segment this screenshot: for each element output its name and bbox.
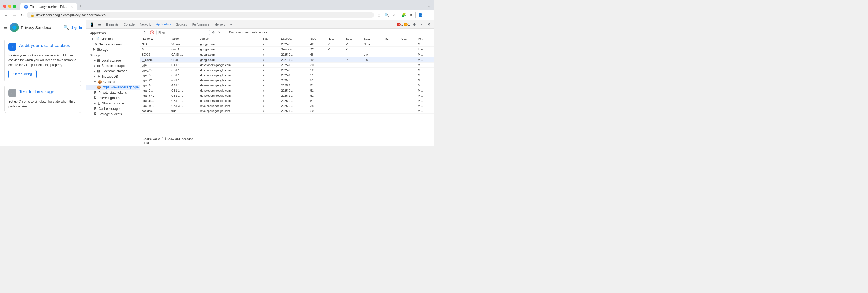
col-value[interactable]: Value — [169, 36, 197, 41]
devtools-inspect-icon[interactable]: ☰ — [96, 21, 103, 28]
active-tab[interactable]: G Third-party cookies | Privac... × — [21, 3, 77, 10]
table-row[interactable]: _ga_C...GS1.1.....developers.google.com/… — [140, 88, 434, 93]
more-options-icon[interactable]: ⋮ — [424, 11, 431, 19]
col-name[interactable]: Name ▲ — [140, 36, 169, 41]
col-size[interactable]: Size — [309, 36, 326, 41]
sidebar-storage-top[interactable]: 🗄 Storage — [86, 47, 140, 52]
devtools-device-icon[interactable]: 📱 — [88, 21, 96, 28]
clear-filter-button[interactable]: ✕ — [217, 30, 222, 35]
cache-storage-label: Cache storage — [99, 107, 120, 111]
address-bar[interactable]: 🔒 developers.google.com/privacy-sandbox/… — [27, 12, 374, 18]
step-2-title[interactable]: Audit your use of cookies — [19, 43, 70, 48]
tab-memory[interactable]: Memory — [212, 21, 228, 28]
sidebar-local-storage[interactable]: ▶ ⊞ Local storage — [86, 58, 140, 63]
error-icon: ⊗ — [397, 23, 401, 26]
extension-icon[interactable]: 🧩 — [400, 11, 407, 19]
table-row[interactable]: _ga_JP...GS1.1.....developers.google.com… — [140, 93, 434, 98]
tab-elements[interactable]: Elements — [103, 21, 121, 28]
sidebar-service-workers[interactable]: ⚙ Service workers — [86, 42, 140, 47]
col-sa[interactable]: Sa... — [362, 36, 381, 41]
refresh-button[interactable]: ↻ — [19, 12, 25, 18]
forward-button[interactable]: → — [11, 12, 18, 19]
tab-close-icon[interactable]: × — [71, 5, 73, 9]
sidebar-session-storage[interactable]: ▶ ⊞ Session storage — [86, 63, 140, 68]
site-search-icon[interactable]: 🔍 — [63, 25, 69, 30]
sidebar-shared-storage[interactable]: ▶ 🗄 Shared storage — [86, 101, 140, 106]
col-cr[interactable]: Cr... — [399, 36, 416, 41]
bookmark-icon[interactable]: ☆ — [391, 11, 398, 19]
only-issues-label[interactable]: Only show cookies with an issue — [224, 31, 268, 34]
table-row[interactable]: _ga_27...GS1.1.....developers.google.com… — [140, 73, 434, 78]
only-issues-checkbox[interactable] — [224, 31, 228, 34]
tab-performance[interactable]: Performance — [190, 21, 212, 28]
sidebar-storage-buckets[interactable]: 🗄 Storage buckets — [86, 111, 140, 117]
show-url-decoded-label[interactable]: Show URL-decoded — [162, 137, 193, 140]
sidebar-cache-storage[interactable]: 🗄 Cache storage — [86, 106, 140, 111]
filter-icon-button[interactable]: ⊘ — [211, 30, 216, 35]
table-cell: 2025-0... — [279, 68, 309, 73]
hamburger-icon[interactable]: ☰ — [4, 25, 7, 30]
storage-buckets-icon: 🗄 — [94, 112, 97, 116]
col-pa[interactable]: Pa... — [382, 36, 400, 41]
app-sidebar: Application ▶ 📄 Manifest ⚙ Service worke… — [86, 29, 140, 146]
traffic-light-green[interactable] — [13, 5, 16, 8]
table-cell — [382, 103, 400, 108]
col-htt[interactable]: Htt... — [326, 36, 344, 41]
col-expires[interactable]: Expires... — [279, 36, 309, 41]
zoom-icon[interactable]: 🔍 — [383, 11, 390, 19]
table-row[interactable]: __Secu...CPsE.google.com/2024-1...19✓✓La… — [140, 57, 434, 63]
table-row[interactable]: NID519=ik....google.com/2025-0...426✓✓No… — [140, 41, 434, 47]
site-header: ☰ 🌐 Privacy Sandbox 🔍 Sign in — [0, 20, 86, 35]
table-cell: GS1.1.... — [169, 78, 197, 83]
devtools-more-icon[interactable]: ⋮ — [418, 21, 425, 28]
table-row[interactable]: cookies...truedevelopers.google.com/2025… — [140, 108, 434, 113]
table-row[interactable]: Ssso=T....google.com/Session37✓✓Low — [140, 47, 434, 52]
clear-cookies-button[interactable]: 🚫 — [149, 30, 155, 35]
table-row[interactable]: _ga_de...GA1.3....developers.google.com/… — [140, 103, 434, 108]
filter-input[interactable] — [156, 30, 210, 35]
col-pri[interactable]: Pri... — [416, 36, 434, 41]
step-3-title[interactable]: Test for breakage — [19, 89, 54, 95]
cast-icon[interactable]: ⊡ — [375, 11, 382, 19]
traffic-light-yellow[interactable] — [8, 5, 11, 8]
cookie-value-text: CPsE — [143, 141, 431, 145]
devtools-settings-icon[interactable]: ⚙ — [411, 21, 418, 28]
sidebar-indexeddb[interactable]: ▶ 🗄 IndexedDB — [86, 74, 140, 79]
table-cell — [344, 78, 362, 83]
devtools-open-icon[interactable]: ⚗ — [407, 11, 414, 19]
profile-icon[interactable]: 👤 — [417, 11, 424, 19]
devtools-close-icon[interactable]: ✕ — [425, 21, 432, 28]
col-domain[interactable]: Domain — [197, 36, 261, 41]
table-row[interactable]: _ga_JT...GS1.1.....developers.google.com… — [140, 98, 434, 103]
table-row[interactable]: _ga_64...GS1.1.....developers.google.com… — [140, 83, 434, 88]
tab-sources[interactable]: Sources — [173, 21, 189, 28]
warn-badge-area[interactable]: ⚠ 1 — [404, 23, 410, 26]
table-cell: 37 — [309, 47, 326, 52]
start-auditing-button[interactable]: Start auditing — [8, 70, 36, 78]
sign-in-link[interactable]: Sign in — [71, 26, 82, 30]
more-tabs-button[interactable]: » — [228, 21, 234, 28]
back-button[interactable]: ← — [3, 12, 9, 19]
sidebar-manifest[interactable]: ▶ 📄 Manifest — [86, 36, 140, 42]
table-row[interactable]: _gaGA1.1.....developers.google.com/2025-… — [140, 63, 434, 68]
sidebar-private-tokens[interactable]: 🗄 Private state tokens — [86, 90, 140, 95]
table-cell: M... — [416, 88, 434, 93]
traffic-light-red[interactable] — [3, 5, 6, 8]
sidebar-cookies[interactable]: ▼ 🍪 Cookies — [86, 79, 140, 85]
sidebar-extension-storage[interactable]: ▶ ⊞ Extension storage — [86, 68, 140, 74]
col-se[interactable]: Se... — [344, 36, 362, 41]
table-row[interactable]: SOCSCAISH....google.com/2025-0...68LaxM.… — [140, 52, 434, 57]
sidebar-interest-groups[interactable]: 🗄 Interest groups — [86, 95, 140, 101]
tab-application[interactable]: Application — [154, 21, 174, 28]
sidebar-cookies-url[interactable]: 🍪 https://developers.google.com — [86, 85, 140, 90]
new-tab-button[interactable]: + — [77, 2, 85, 10]
table-row[interactable]: _ga_05...GS1.1.....developers.google.com… — [140, 68, 434, 73]
table-row[interactable]: _ga_2Y...GS1.1.....developers.google.com… — [140, 78, 434, 83]
error-badge-area[interactable]: ⊗ 1 — [397, 23, 403, 26]
col-path[interactable]: Path — [261, 36, 279, 41]
manifest-label: Manifest — [101, 37, 113, 41]
tab-network[interactable]: Network — [137, 21, 153, 28]
show-url-decoded-checkbox[interactable] — [162, 137, 166, 140]
refresh-cookies-button[interactable]: ↻ — [142, 30, 148, 35]
tab-console[interactable]: Console — [121, 21, 137, 28]
